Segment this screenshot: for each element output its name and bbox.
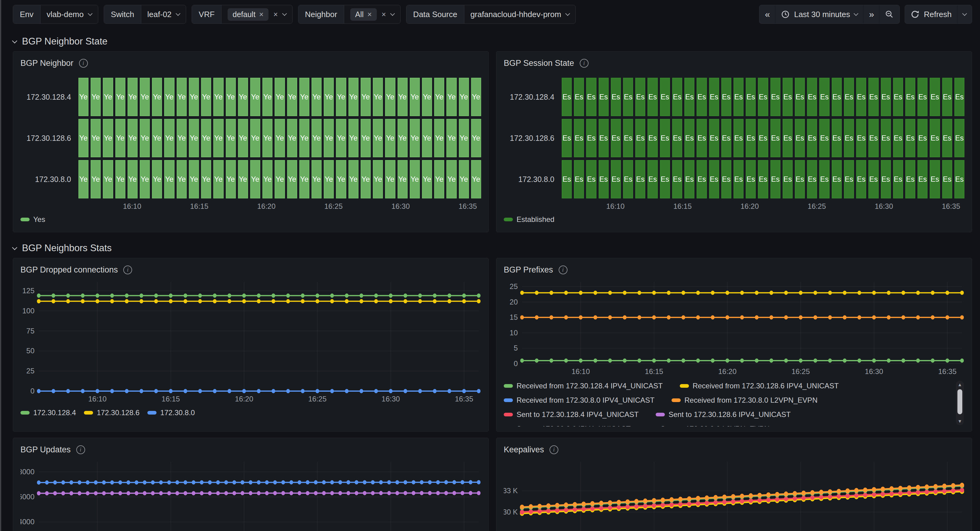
state-cell: Ye [299, 119, 309, 157]
line-chart: 025507510012516:1016:1516:2016:2516:3016… [21, 277, 481, 428]
clear-all-icon[interactable]: × [382, 10, 386, 19]
state-cell: Es [746, 119, 756, 157]
state-cell: Es [709, 119, 719, 157]
switch-select[interactable]: leaf-02 [141, 5, 186, 24]
env-select[interactable]: vlab-demo [41, 5, 98, 24]
legend-item[interactable]: Received from 172.30.128.6 IPV4_UNICAST [680, 381, 839, 391]
line-chart: 051015202516:1016:1516:2016:2516:3016:35… [504, 277, 964, 428]
state-cell: Es [623, 160, 633, 198]
legend-item[interactable]: Sent to 172.30.8.0 L2VPN_EVPN [648, 424, 770, 426]
env-variable: Env vlab-demo [13, 5, 98, 24]
legend-label: Sent to 172.30.128.4 IPV4_UNICAST [517, 410, 639, 419]
state-cell: Ye [422, 160, 432, 198]
panel-title[interactable]: BGP Dropped connections [21, 265, 118, 275]
x-tick-label: 16:20 [257, 202, 275, 211]
info-icon[interactable]: i [580, 59, 589, 68]
state-cell: Ye [201, 119, 211, 157]
panel-title[interactable]: BGP Session State [504, 59, 574, 68]
timeline-row-label: 172.30.128.6 [504, 119, 562, 157]
state-cell: Es [868, 160, 878, 198]
state-cell: Es [868, 78, 878, 116]
state-cell: Es [856, 119, 866, 157]
refresh-button[interactable]: Refresh [905, 5, 957, 24]
time-shift-forward-button[interactable]: » [863, 5, 879, 24]
x-tick-label: 16:30 [391, 202, 410, 211]
svg-text:16:30: 16:30 [865, 367, 883, 376]
state-cell: Ye [324, 160, 334, 198]
legend-item[interactable]: 172.30.8.0 [147, 407, 195, 418]
state-cell: Ye [213, 78, 223, 116]
timeline-row: 172.30.128.6EsEsEsEsEsEsEsEsEsEsEsEsEsEs… [504, 119, 964, 157]
datasource-select[interactable]: grafanacloud-hhdev-prom [465, 5, 576, 24]
legend-label: Received from 172.30.8.0 IPV4_UNICAST [517, 396, 654, 404]
panel-title[interactable]: BGP Neighbor [21, 59, 73, 68]
state-cell: Es [807, 119, 817, 157]
state-cell: Ye [238, 78, 248, 116]
state-cell: Es [697, 119, 706, 157]
state-cell: Es [611, 160, 621, 198]
legend-item[interactable]: 172.30.128.6 [84, 407, 140, 418]
legend-item[interactable]: Sent to 172.30.128.4 IPV4_UNICAST [504, 409, 639, 420]
state-cell: Ye [152, 119, 162, 157]
state-cell: Ye [78, 119, 89, 157]
svg-text:16:35: 16:35 [938, 367, 956, 376]
section-bgp-neighbors-stats[interactable]: BGP Neighbors Stats [13, 238, 972, 258]
legend-item[interactable]: 172.30.128.4 [21, 407, 76, 418]
state-cell: Ye [287, 78, 297, 116]
neighbor-select[interactable]: All × × [344, 5, 400, 24]
time-shift-back-button[interactable]: « [759, 5, 775, 24]
section-bgp-neighbor-state[interactable]: BGP Neighbor State [13, 32, 972, 51]
chevron-down-icon [390, 11, 395, 16]
legend-item[interactable]: Received from 172.30.8.0 IPV4_UNICAST [504, 395, 654, 406]
svg-text:5: 5 [514, 344, 518, 352]
legend-scrollbar[interactable]: ▲ ▼ [956, 381, 964, 425]
switch-value: leaf-02 [147, 10, 172, 19]
env-value: vlab-demo [47, 10, 84, 19]
svg-text:50: 50 [26, 347, 35, 355]
vrf-select[interactable]: default × × [221, 5, 292, 24]
chart-svg: 051015202516:1016:1516:2016:2516:3016:35 [504, 278, 964, 378]
state-cell: Ye [177, 160, 187, 198]
panel-title[interactable]: BGP Updates [21, 445, 71, 455]
panel-legend: 172.30.128.4172.30.128.6172.30.8.0 [21, 407, 481, 418]
panel-bgp-session-state: BGP Session State i 172.30.128.4EsEsEsEs… [496, 51, 972, 232]
neighbor-chip[interactable]: All × [350, 8, 377, 21]
legend-label: 172.30.128.6 [97, 409, 140, 417]
info-icon[interactable]: i [549, 445, 558, 454]
zoom-out-button[interactable] [879, 5, 899, 24]
legend-item[interactable]: Yes [21, 214, 45, 225]
legend-item[interactable]: Received from 172.30.8.0 L2VPN_EVPN [671, 395, 818, 406]
time-range-picker[interactable]: Last 30 minutes [775, 5, 864, 24]
state-cell: Ye [78, 78, 89, 116]
legend-item[interactable]: Sent to 172.30.8.0 IPV4_UNICAST [504, 424, 631, 426]
legend-item[interactable]: Received from 172.30.128.4 IPV4_UNICAST [504, 381, 663, 391]
legend-item[interactable]: Established [504, 214, 554, 225]
chip-close-icon[interactable]: × [368, 10, 372, 19]
scroll-down-icon[interactable]: ▼ [958, 417, 962, 425]
chevron-down-icon [854, 11, 859, 16]
chip-close-icon[interactable]: × [259, 10, 264, 19]
panel-title[interactable]: BGP Prefixes [504, 265, 553, 275]
refresh-interval-button[interactable] [957, 5, 972, 24]
state-cell: Ye [250, 160, 260, 198]
legend-item[interactable]: Sent to 172.30.128.6 IPV4_UNICAST [655, 409, 791, 420]
state-cell: Es [844, 160, 854, 198]
state-cell: Ye [177, 119, 187, 157]
state-cell: Ye [336, 78, 346, 116]
line-chart: 3.30 K3.33 K16:1016:1516:2016:2516:3016:… [504, 457, 964, 531]
clear-all-icon[interactable]: × [274, 10, 278, 19]
legend-color-pill [21, 218, 30, 221]
svg-text:16:20: 16:20 [718, 367, 737, 376]
chart-plot-area: 0200040006000800016:1016:1516:2016:2516:… [21, 458, 481, 531]
vrf-chip[interactable]: default × [228, 8, 269, 21]
info-icon[interactable]: i [123, 265, 132, 274]
legend-color-pill [504, 398, 513, 402]
info-icon[interactable]: i [76, 445, 85, 454]
info-icon[interactable]: i [558, 265, 568, 274]
panel-title[interactable]: Keepalives [504, 445, 544, 455]
legend-label: 172.30.8.0 [160, 409, 195, 417]
info-icon[interactable]: i [79, 59, 88, 68]
scrollbar-thumb[interactable] [958, 389, 962, 414]
scroll-up-icon[interactable]: ▲ [958, 381, 962, 388]
svg-text:4000: 4000 [21, 518, 35, 526]
